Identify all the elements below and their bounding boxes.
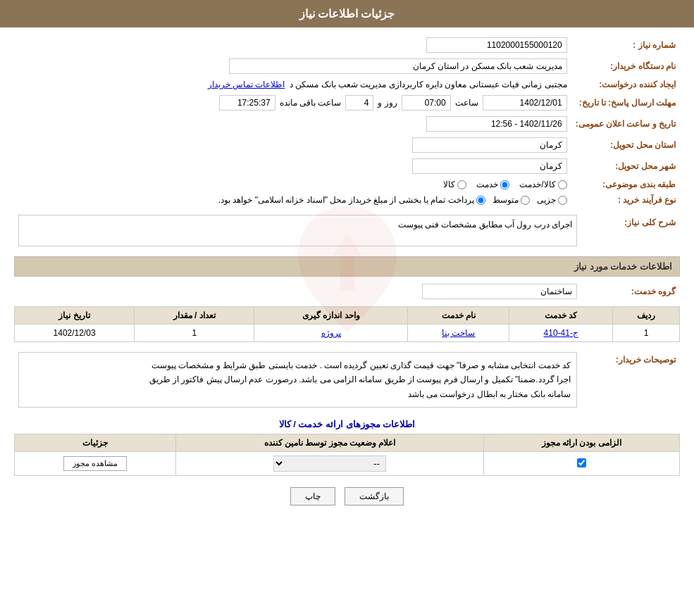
cell-name[interactable]: ساخت بنا xyxy=(408,325,509,342)
permit-status-select[interactable]: -- xyxy=(273,455,386,472)
radio-goods[interactable]: کالا xyxy=(443,180,466,189)
province-label: استان محل تحویل: xyxy=(571,134,680,156)
service-group-table: گروه خدمت: ساختمان xyxy=(14,281,680,302)
col-name: نام خدمت xyxy=(408,307,509,325)
need-number-label: شماره نیاز : xyxy=(571,34,680,56)
days-label: روز و xyxy=(378,98,397,108)
send-date-label: مهلت ارسال پاسخ: تا تاریخ: xyxy=(571,92,680,113)
radio-goods-service[interactable]: کالا/خدمت xyxy=(519,180,566,189)
table-row: 1 ج-41-410 ساخت بنا پروژه 1 1402/12/03 xyxy=(15,325,680,342)
service-group-label: گروه خدمت: xyxy=(581,281,680,302)
back-button[interactable]: بازگشت xyxy=(345,487,404,505)
time-remaining-label: ساعت باقی مانده xyxy=(280,98,342,108)
permit-status-cell: -- xyxy=(176,452,483,476)
services-table: ردیف کد خدمت نام خدمت واحد اندازه گیری ت… xyxy=(14,306,680,342)
announce-date-label: تاریخ و ساعت اعلان عمومی: xyxy=(571,113,680,134)
buyer-notes-label: توصیحات خریدار: xyxy=(581,349,680,410)
announce-date-value: 1402/11/26 - 12:56 xyxy=(426,116,567,132)
need-desc-label: شرح کلی نیاز: xyxy=(581,212,680,249)
permits-row: -- مشاهده مجوز xyxy=(15,452,680,476)
service-group-value: ساختمان xyxy=(422,284,577,299)
city-value: کرمان xyxy=(412,158,567,174)
main-info-table: شماره نیاز : 1102000155000120 نام دستگاه… xyxy=(14,34,680,208)
col-details: جزئیات xyxy=(15,434,176,452)
cell-code[interactable]: ج-41-410 xyxy=(509,325,613,342)
province-value: کرمان xyxy=(412,137,567,153)
need-number-value: 1102000155000120 xyxy=(426,37,567,53)
col-quantity: تعداد / مقدار xyxy=(135,307,254,325)
page-title: جزئیات اطلاعات نیاز xyxy=(0,0,694,27)
services-section-title: اطلاعات خدمات مورد نیاز xyxy=(14,256,680,277)
process-label: نوع فرآیند خرید : xyxy=(571,192,680,208)
respond-remaining: 17:25:37 xyxy=(219,95,275,111)
col-unit: واحد اندازه گیری xyxy=(254,307,408,325)
radio-full[interactable]: پرداخت تمام یا بخشی از مبلغ خریداز محل "… xyxy=(218,195,485,205)
col-code: کد خدمت xyxy=(509,307,613,325)
need-description-value: اجرای درب رول آب مطابق مشخصات فنی پیوست xyxy=(18,215,577,246)
permit-required-checkbox[interactable] xyxy=(577,458,586,467)
creator-name: مجتبی زمانی فیات عبستانی معاون دایره کار… xyxy=(290,80,567,89)
col-required: الزامی بودن ارائه مجوز xyxy=(483,434,679,452)
time-label: ساعت xyxy=(455,98,478,108)
respond-date: 1402/12/01 xyxy=(483,95,567,111)
permit-details-cell: مشاهده مجوز xyxy=(15,452,176,476)
permit-required-cell xyxy=(483,452,679,476)
radio-medium[interactable]: متوسط xyxy=(492,195,530,205)
view-permit-button[interactable]: مشاهده مجوز xyxy=(63,456,127,471)
city-label: شهر محل تحویل: xyxy=(571,156,680,177)
print-button[interactable]: چاپ xyxy=(290,487,335,505)
category-label: طبقه بندی موضوعی: xyxy=(571,177,680,192)
buyer-notes-content: کد خدمت انتخابی مشابه و صرفا" جهت قیمت گ… xyxy=(18,352,577,408)
cell-row: 1 xyxy=(613,325,680,342)
buyer-org-value: مدیریت شعب بانک مسکن در استان کرمان xyxy=(229,58,567,74)
cell-unit[interactable]: پروژه xyxy=(254,325,408,342)
contact-link[interactable]: اطلاعات تماس خریدار xyxy=(208,80,285,89)
permits-section-title: اطلاعات مجوزهای ارائه خدمت / کالا xyxy=(14,419,680,429)
need-description-table: شرح کلی نیاز: اجرای درب رول آب مطابق مشخ… xyxy=(14,212,680,249)
respond-time: 07:00 xyxy=(402,95,451,111)
buyer-org-label: نام دستگاه خریدار: xyxy=(571,56,680,77)
buyer-notes-table: توصیحات خریدار: کد خدمت انتخابی مشابه و … xyxy=(14,349,680,410)
permits-table: الزامی بودن ارائه مجوز اعلام وضعیت مجوز … xyxy=(14,434,680,476)
creator-label: ایجاد کننده درخواست: xyxy=(571,77,680,92)
radio-service[interactable]: خدمت xyxy=(476,180,509,189)
buttons-row: بازگشت چاپ xyxy=(14,487,680,505)
cell-quantity: 1 xyxy=(135,325,254,342)
col-date: تاریخ نیاز xyxy=(15,307,135,325)
col-status: اعلام وضعیت مجوز توسط نامین کننده xyxy=(176,434,483,452)
respond-days: 4 xyxy=(345,95,373,111)
cell-date: 1402/12/03 xyxy=(15,325,135,342)
col-row: ردیف xyxy=(613,307,680,325)
radio-partial[interactable]: جزیی xyxy=(537,195,567,205)
